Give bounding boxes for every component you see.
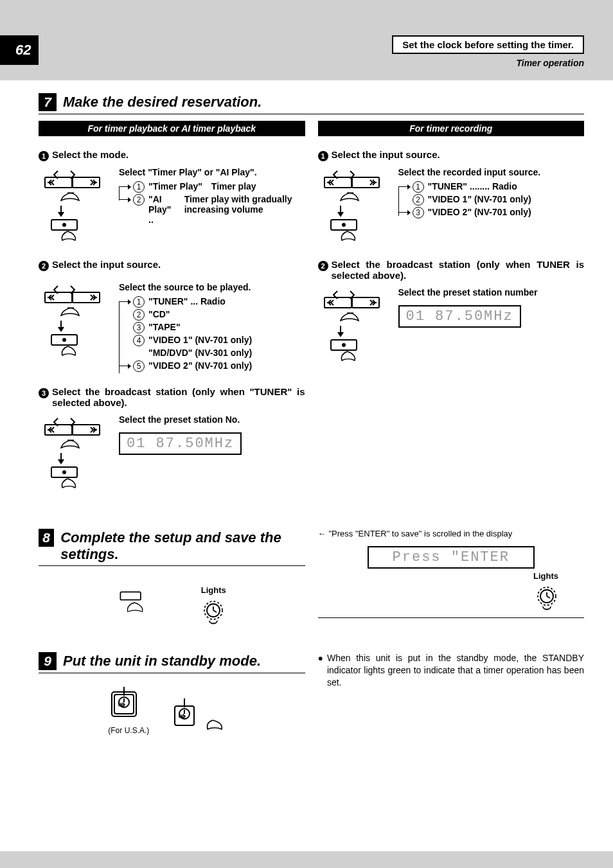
r-s1-o1: "TUNER" ........ Radio — [428, 181, 517, 193]
substep-num-3: 3 — [39, 388, 49, 398]
bullet-icon: ● — [318, 652, 323, 689]
lcd-display: 01 87.50MHz — [398, 305, 521, 328]
r-substep1-title: Select the input source. — [332, 149, 440, 160]
svg-text:I/⏻: I/⏻ — [118, 702, 125, 707]
s2-o4a: "VIDEO 1" (NV-701 only) — [148, 335, 252, 346]
svg-point-7 — [63, 339, 66, 341]
recording-header: For timer recording — [318, 121, 585, 136]
substep-num-1: 1 — [318, 151, 328, 161]
step8-num: 8 — [42, 530, 50, 545]
scroll-text: "Press "ENTER" to save" is scrolled in t… — [329, 529, 513, 538]
page-header: 62 Set the clock before setting the time… — [0, 0, 613, 71]
s2-o4b: "MD/DVD" (NV-301 only) — [148, 348, 252, 359]
s2-o3: "TAPE" — [148, 322, 181, 333]
step7-title: Make the desired reservation. — [63, 94, 262, 111]
opt2-desc: Timer play with gradually increasing vol… — [184, 194, 305, 225]
lights-indicator: Lights — [201, 585, 226, 629]
hand-press-icon — [118, 589, 163, 619]
main-content: Application section 7 Make the desired r… — [0, 80, 613, 851]
r-s1-o2: "VIDEO 1" (NV-701 only) — [428, 194, 531, 206]
bullet-text: When this unit is put in the standby mod… — [327, 652, 584, 689]
s1-heading: Select "Timer Play" or "AI Play". — [119, 167, 305, 177]
svg-point-19 — [342, 344, 345, 346]
remote-icon — [318, 167, 389, 246]
playback-column: For timer playback or AI timer playback … — [39, 121, 305, 506]
opt2-icon: 2 — [133, 194, 145, 206]
s2-heading: Select the source to be played. — [119, 282, 305, 292]
standby-note: ● When this unit is put in the standby m… — [318, 652, 585, 689]
step9-header: 9 Put the unit in standby mode. — [39, 652, 305, 673]
r-s2-heading: Select the preset station number — [398, 287, 585, 297]
s2-o1: "TUNER" ... Radio — [148, 296, 226, 308]
svg-point-15 — [342, 224, 345, 226]
usa-label: (For U.S.A.) — [108, 726, 149, 735]
r-s1-o3: "VIDEO 2" (NV-701 only) — [428, 207, 531, 218]
svg-rect-20 — [120, 592, 141, 599]
header-subtitle: Timer operation — [0, 58, 584, 68]
svg-text:I/⏻: I/⏻ — [179, 714, 186, 718]
step7-header: 7 Make the desired reservation. — [39, 93, 584, 114]
substep-num-1: 1 — [39, 151, 49, 161]
right-substep2: 2 Select the broadcast station (only whe… — [318, 259, 585, 366]
lcd-display: Press "ENTER — [368, 546, 535, 569]
playback-header: For timer playback or AI timer playback — [39, 121, 305, 136]
s2-o5: "VIDEO 2" (NV-701 only) — [148, 360, 252, 372]
step8: 8 Complete the setup and save the settin… — [39, 529, 584, 630]
power-button-icon: I/⏻ — [168, 695, 200, 733]
scroll-note: ← "Press "ENTER" to save" is scrolled in… — [318, 529, 585, 538]
left-substep3: 3 Select the broadcast station (only whe… — [39, 386, 305, 493]
remote-icon — [39, 167, 109, 246]
step9-num: 9 — [44, 653, 51, 669]
clock-note: Set the clock before setting the timer. — [392, 35, 584, 54]
svg-point-11 — [63, 471, 66, 474]
remote-icon — [39, 414, 109, 493]
header-right: Set the clock before setting the timer. … — [0, 35, 584, 68]
hand-icon — [203, 716, 235, 733]
arrow-left-icon: ← — [318, 529, 326, 538]
svg-point-3 — [63, 224, 66, 226]
opt1-label: "Timer Play" — [148, 181, 202, 193]
substep-num-2: 2 — [318, 261, 328, 271]
left-substep1: 1 Select the mode. — [39, 149, 305, 246]
s3-heading: Select the preset station No. — [119, 414, 305, 425]
opt1-icon: 1 — [133, 181, 145, 193]
step8-title: Complete the setup and save the settings… — [60, 529, 305, 563]
step9: 9 Put the unit in standby mode. I/⏻ (For… — [39, 652, 584, 735]
lcd-display: 01 87.50MHz — [119, 432, 242, 455]
lights-indicator-right: Lights — [318, 571, 585, 615]
s2-o2: "CD" — [148, 309, 170, 321]
lights-label: Lights — [201, 585, 226, 595]
recording-column: For timer recording 1 Select the input s… — [318, 121, 585, 506]
standby-icons: I/⏻ (For U.S.A.) I/⏻ — [39, 683, 305, 735]
substep1-title: Select the mode. — [52, 149, 129, 160]
step7: 7 Make the desired reservation. For time… — [39, 93, 584, 506]
remote-icon — [318, 287, 389, 366]
left-substep2: 2 Select the input source. — [39, 259, 305, 373]
step-number: 7 — [44, 94, 51, 110]
remote-icon — [39, 282, 109, 373]
substep-num-2: 2 — [39, 261, 49, 271]
substep3-title: Select the broadcast station (only when … — [52, 386, 305, 408]
substep2-title: Select the input source. — [52, 259, 161, 270]
right-substep1: 1 Select the input source. — [318, 149, 585, 246]
power-button-icon: I/⏻ — [108, 683, 140, 722]
page: 62 Set the clock before setting the time… — [0, 0, 613, 868]
r-substep2-title: Select the broadcast station (only when … — [332, 259, 585, 281]
opt2-label: "AI Play" .. — [148, 194, 178, 225]
r-s1-heading: Select the recorded input source. — [398, 167, 585, 177]
lights-label-right: Lights — [318, 571, 559, 581]
step9-title: Put the unit in standby mode. — [63, 653, 261, 669]
opt1-desc: Timer play — [211, 181, 256, 193]
step-number-box: 7 — [39, 93, 57, 111]
step7-columns: For timer playback or AI timer playback … — [39, 121, 584, 506]
step8-header: 8 Complete the setup and save the settin… — [39, 529, 305, 566]
page-number: 62 — [0, 35, 39, 65]
